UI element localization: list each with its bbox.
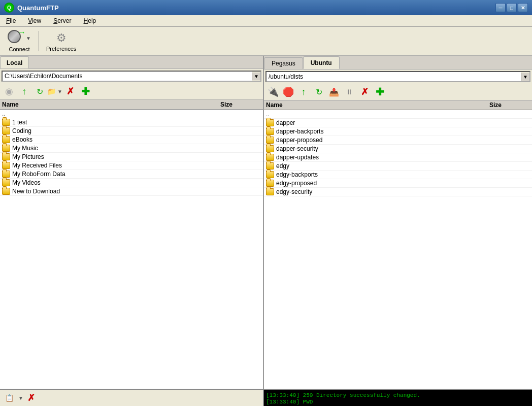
maximize-button[interactable]: □	[507, 3, 517, 12]
delete-icon: ✗	[361, 86, 369, 97]
list-item[interactable]: edgy	[264, 162, 532, 171]
remote-stop-button[interactable]: 🛑	[281, 85, 295, 99]
folder-new-icon: 📁	[47, 87, 56, 95]
local-tab-bar: Local	[0, 56, 263, 69]
remote-col-name: Name	[266, 101, 489, 109]
folder-icon	[266, 171, 274, 178]
connect-dropdown-icon[interactable]: ▼	[26, 36, 31, 41]
list-item[interactable]: My Music	[0, 144, 263, 153]
toolbar: → ▼ Connect ⚙ Preferences	[0, 27, 532, 56]
add-icon: ✚	[376, 86, 384, 98]
window-controls: ─ □ ✕	[495, 3, 528, 12]
tab-local[interactable]: Local	[0, 56, 29, 69]
local-refresh-button[interactable]: ↻	[32, 84, 47, 98]
local-back-button[interactable]: ◉	[2, 84, 16, 98]
tab-pegasus[interactable]: Pegasus	[264, 57, 303, 69]
folder-icon	[266, 188, 274, 195]
folder-icon	[2, 188, 10, 195]
remote-address-dropdown[interactable]: ▼	[521, 73, 529, 81]
remote-delete-button[interactable]: ✗	[357, 85, 372, 99]
remote-col-size: Size	[489, 101, 530, 109]
menu-help[interactable]: Help	[82, 16, 98, 25]
folder-icon	[266, 137, 274, 144]
transfer-stop-button[interactable]: ✗	[24, 391, 39, 405]
menu-view[interactable]: View	[26, 16, 43, 25]
local-delete-button[interactable]: ✗	[63, 84, 77, 98]
minimize-button[interactable]: ─	[495, 3, 506, 12]
folder-icon	[2, 179, 10, 186]
refresh-icon: ↻	[316, 87, 322, 97]
new-folder-dropdown-icon[interactable]: ▼	[57, 89, 62, 94]
folder-icon	[266, 145, 274, 152]
remote-pause-button[interactable]: ⏸	[342, 85, 356, 99]
tab-ubuntu[interactable]: Ubuntu	[303, 56, 340, 69]
folder-icon	[266, 119, 274, 126]
remote-address-input[interactable]	[267, 72, 521, 81]
folder-icon	[2, 145, 10, 152]
log-line: [13:33:40] PWD	[266, 399, 530, 405]
list-item[interactable]: New to Download	[0, 187, 263, 196]
local-col-name: Name	[2, 101, 220, 108]
up-icon: ↑	[302, 87, 306, 97]
local-col-size: Size	[220, 101, 261, 108]
menu-server[interactable]: Server	[51, 16, 73, 25]
list-item[interactable]: My Videos	[0, 179, 263, 187]
local-up-button[interactable]: ↑	[17, 84, 31, 98]
preferences-icon: ⚙	[54, 30, 69, 46]
local-new-folder-button[interactable]: 📁 ▼	[48, 84, 62, 98]
app-logo: Q	[4, 3, 14, 13]
stop-icon: 🛑	[283, 86, 294, 97]
list-item[interactable]: edgy-proposed	[264, 179, 532, 188]
list-item[interactable]: dapper-updates	[264, 153, 532, 162]
connect-label: Connect	[9, 46, 30, 52]
list-item[interactable]: dapper-proposed	[264, 136, 532, 145]
menu-file[interactable]: File	[4, 16, 18, 25]
folder-icon	[266, 180, 274, 187]
list-item[interactable]: Coding	[0, 127, 263, 136]
folder-icon	[266, 162, 274, 170]
preferences-button[interactable]: ⚙ Preferences	[43, 29, 79, 53]
remote-address-bar: ▼	[265, 71, 530, 82]
list-item[interactable]: dapper-backports	[264, 127, 532, 136]
remote-refresh-button[interactable]: ↻	[312, 85, 326, 99]
list-item[interactable]: dapper	[264, 119, 532, 127]
remote-back-button[interactable]: 🔌	[266, 85, 280, 99]
log-panel[interactable]: [13:33:40] 250 Directory successfully ch…	[264, 390, 532, 406]
delete-icon: ✗	[66, 86, 74, 97]
list-item[interactable]: eBooks	[0, 136, 263, 144]
local-add-button[interactable]: ✚	[78, 84, 92, 98]
log-line: [13:33:40] 250 Directory successfully ch…	[266, 392, 530, 398]
remote-download-button[interactable]: 📥	[327, 85, 341, 99]
connect-button[interactable]: → ▼ Connect	[4, 29, 35, 53]
list-item[interactable]: My Received Files	[0, 161, 263, 170]
list-item[interactable]: My RoboForm Data	[0, 170, 263, 179]
app-title: QuantumFTP	[17, 4, 495, 12]
list-item[interactable]: dapper-security	[264, 145, 532, 153]
preferences-label: Preferences	[46, 46, 76, 52]
list-item[interactable]: ..	[264, 110, 532, 119]
add-icon: ✚	[81, 85, 90, 97]
local-file-list[interactable]: .. 1 test Coding eBooks My Music My Pict…	[0, 110, 263, 389]
close-button[interactable]: ✕	[518, 3, 528, 12]
list-item[interactable]: ..	[0, 110, 263, 118]
local-file-list-header: Name Size	[0, 100, 263, 110]
remote-add-button[interactable]: ✚	[373, 85, 387, 99]
transfer-dropdown-icon[interactable]: ▼	[18, 395, 23, 401]
folder-icon	[2, 171, 10, 178]
local-panel: Local ▼ ◉ ↑ ↻ 📁 ▼ ✗ ✚ Name Size ..	[0, 56, 264, 389]
toolbar-separator	[39, 31, 39, 51]
list-item[interactable]: My Pictures	[0, 153, 263, 161]
list-item[interactable]: 1 test	[0, 118, 263, 127]
remote-up-button[interactable]: ↑	[296, 85, 311, 99]
list-item[interactable]: edgy-backports	[264, 171, 532, 179]
folder-icon	[2, 162, 10, 169]
local-address-input[interactable]	[3, 72, 252, 81]
folder-icon	[2, 153, 10, 160]
transfer-toolbar: 📋 ▼ ✗	[0, 390, 263, 406]
transfer-panel: 📋 ▼ ✗ Local Name Remote Name Size	[0, 390, 264, 406]
list-item[interactable]: edgy-security	[264, 188, 532, 196]
remote-file-list[interactable]: .. dapper dapper-backports dapper-propos…	[264, 110, 532, 389]
local-address-dropdown[interactable]: ▼	[252, 73, 260, 80]
folder-icon	[266, 128, 274, 135]
transfer-queue-button[interactable]: 📋	[2, 391, 16, 405]
